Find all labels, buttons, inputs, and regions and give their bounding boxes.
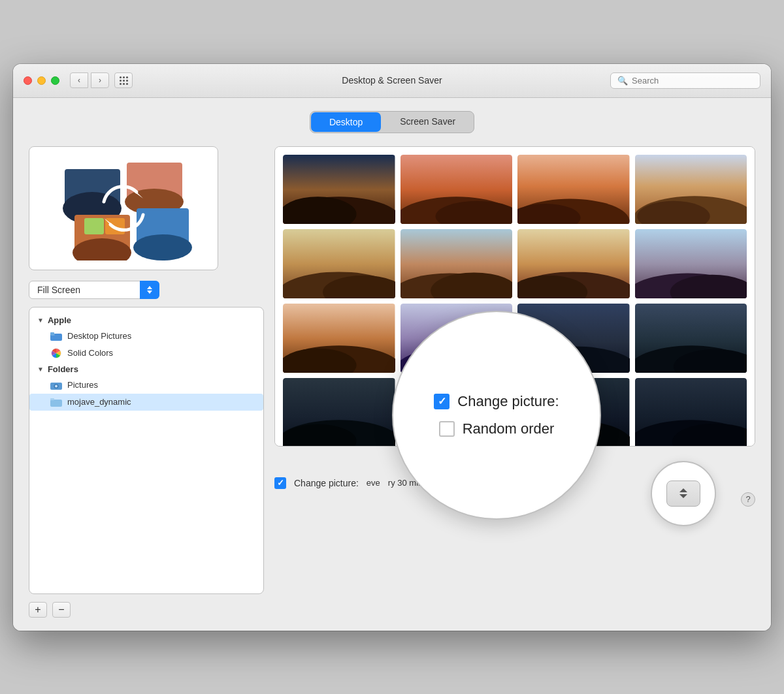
bottom-bar: + −	[29, 594, 264, 618]
back-button[interactable]: ‹	[70, 72, 88, 88]
tab-group: Desktop Screen Saver	[310, 111, 474, 133]
magnify-random-label: Random order	[463, 420, 555, 437]
magnify-overlay: ✓ Change picture: Random order	[392, 311, 601, 520]
folder-light-icon	[50, 396, 62, 408]
svg-rect-14	[50, 332, 54, 334]
svg-rect-20	[50, 398, 54, 400]
search-input[interactable]	[632, 76, 753, 86]
search-icon: 🔍	[617, 76, 628, 86]
wallpaper-thumb-13[interactable]	[283, 378, 395, 446]
preview-mosaic-svg	[52, 156, 195, 260]
wallpaper-thumb-8[interactable]	[635, 229, 747, 298]
triangle-icon: ▼	[37, 317, 44, 324]
large-stepper[interactable]	[666, 481, 700, 507]
magnify-random-checkbox[interactable]	[439, 421, 455, 437]
traffic-lights	[24, 76, 59, 85]
tab-desktop[interactable]: Desktop	[311, 112, 381, 132]
fill-screen-select[interactable]: Fill Screen Stretch to Fill Screen Cente…	[29, 281, 159, 299]
fill-screen-select-wrapper[interactable]: Fill Screen Stretch to Fill Screen Cente…	[29, 281, 159, 299]
stepper-overlay	[651, 461, 716, 526]
camera-icon	[50, 379, 62, 391]
wallpaper-thumb-3[interactable]	[517, 155, 630, 224]
svg-rect-6	[84, 218, 104, 234]
wallpaper-thumb-16[interactable]	[635, 378, 747, 446]
left-panel: Fill Screen Stretch to Fill Screen Cente…	[29, 146, 264, 618]
search-box[interactable]: 🔍	[610, 72, 760, 89]
preview-content	[29, 147, 218, 270]
interval-text: eve	[367, 478, 380, 488]
wallpaper-thumb-6[interactable]	[400, 229, 513, 298]
sidebar-section-apple[interactable]: ▼ Apple	[29, 313, 263, 328]
wallpaper-thumb-9[interactable]	[283, 304, 395, 373]
forward-icon: ›	[99, 76, 101, 85]
tab-screen-saver[interactable]: Screen Saver	[382, 112, 474, 133]
minimize-button[interactable]	[37, 76, 46, 85]
color-wheel-icon	[50, 347, 62, 359]
svg-rect-19	[50, 400, 62, 407]
wallpaper-thumb-2[interactable]	[400, 155, 513, 224]
tab-bar: Desktop Screen Saver	[29, 111, 755, 133]
titlebar: ‹ › Desktop & Screen Saver 🔍	[13, 64, 771, 98]
content-area: Desktop Screen Saver	[13, 98, 771, 631]
preview-box	[29, 146, 218, 270]
fill-screen-row: Fill Screen Stretch to Fill Screen Cente…	[29, 281, 264, 299]
apps-grid-button[interactable]	[114, 72, 133, 88]
sidebar-item-pictures[interactable]: Pictures	[29, 377, 263, 394]
change-picture-area: ✓ Change picture: eve ry 30 minutes ?	[274, 454, 755, 507]
sidebar-item-solid-colors[interactable]: Solid Colors	[29, 345, 263, 362]
right-panel: ✓ Change picture: eve ry 30 minutes ?	[274, 146, 755, 618]
large-stepper-down-icon	[679, 494, 687, 498]
forward-button[interactable]: ›	[91, 72, 109, 88]
main-window: ‹ › Desktop & Screen Saver 🔍 Desktop	[13, 64, 771, 631]
triangle-folders-icon: ▼	[37, 366, 44, 373]
magnify-change-label: Change picture:	[457, 393, 559, 410]
sidebar-item-desktop-pictures[interactable]: Desktop Pictures	[29, 328, 263, 345]
svg-point-18	[55, 385, 57, 387]
main-area: Fill Screen Stretch to Fill Screen Cente…	[29, 146, 755, 618]
change-picture-checkbox[interactable]: ✓	[274, 477, 286, 489]
maximize-button[interactable]	[51, 76, 59, 85]
wallpaper-thumb-5[interactable]	[283, 229, 395, 298]
wallpaper-thumb-1[interactable]	[283, 155, 395, 224]
sidebar-section-folders[interactable]: ▼ Folders	[29, 362, 263, 377]
help-button[interactable]: ?	[741, 492, 755, 507]
back-icon: ‹	[78, 76, 80, 85]
change-picture-label: Change picture:	[294, 478, 359, 488]
window-title: Desktop & Screen Saver	[342, 75, 442, 86]
magnify-change-checkbox[interactable]: ✓	[434, 394, 449, 409]
sidebar-item-mojave-dynamic[interactable]: mojave_dynamic	[29, 394, 263, 411]
large-stepper-up-icon	[679, 488, 687, 492]
wallpaper-thumb-4[interactable]	[635, 155, 747, 224]
remove-button[interactable]: −	[52, 602, 71, 618]
nav-buttons: ‹ ›	[70, 72, 109, 88]
wallpaper-thumb-12[interactable]	[635, 304, 747, 373]
random-order-row: Random order	[439, 420, 555, 437]
grid-icon	[120, 76, 128, 85]
wallpaper-thumb-7[interactable]	[517, 229, 630, 298]
add-button[interactable]: +	[29, 602, 47, 618]
close-button[interactable]	[24, 76, 32, 85]
svg-point-9	[133, 234, 192, 260]
change-picture-row: ✓ Change picture:	[434, 393, 559, 410]
sidebar: ▼ Apple Desktop Pictures	[29, 307, 264, 594]
folder-blue-icon	[50, 330, 62, 342]
